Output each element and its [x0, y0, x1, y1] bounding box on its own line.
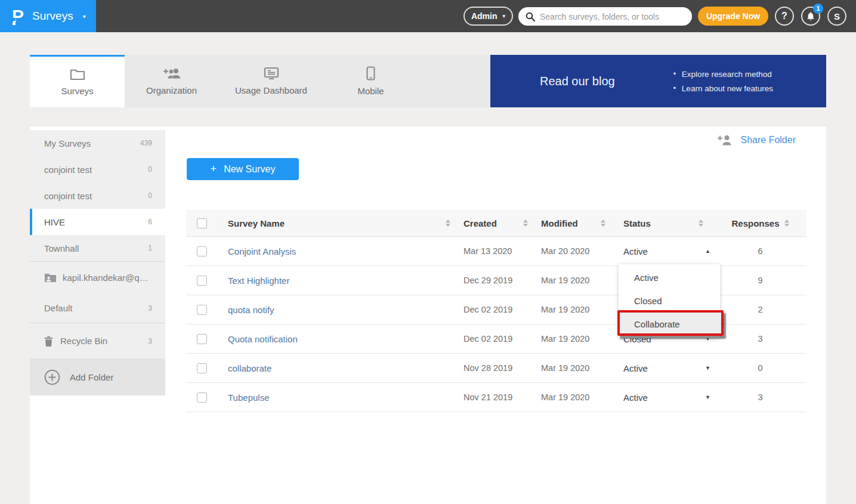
- status-dropdown: ActiveClosedCollaborate: [619, 264, 720, 338]
- row-responses-cell: 3: [720, 392, 801, 402]
- folder-label: kapil.khandekar@que…: [63, 273, 152, 283]
- folder-label: Townhall: [44, 243, 143, 253]
- help-button[interactable]: ?: [775, 7, 794, 26]
- tab-surveys[interactable]: Surveys: [30, 55, 125, 107]
- sort-icon[interactable]: [699, 219, 703, 227]
- survey-name-link[interactable]: Conjoint Analysis: [228, 246, 296, 256]
- product-menu[interactable]: P Surveys ▾: [0, 0, 96, 32]
- survey-name-link[interactable]: collaborate: [228, 363, 271, 373]
- row-checkbox[interactable]: [197, 363, 207, 373]
- folder-count: 3: [148, 304, 152, 313]
- survey-name-link[interactable]: Tubepulse: [228, 392, 270, 403]
- product-menu-label: Surveys: [32, 10, 73, 23]
- row-modified-cell: Mar 20 2020: [535, 246, 613, 256]
- header-created[interactable]: Created: [458, 218, 535, 228]
- bullet-icon: •: [673, 70, 676, 78]
- tab-label: Organization: [146, 85, 197, 95]
- modified-date: Mar 19 2020: [541, 276, 589, 285]
- row-select-cell: [186, 334, 228, 344]
- blog-banner-title[interactable]: Read our blog: [540, 75, 615, 88]
- row-modified-cell: Mar 19 2020: [535, 334, 613, 344]
- sidebar-item-conjoint-test-1[interactable]: conjoint test 0: [30, 156, 165, 183]
- status-select[interactable]: Active ▼: [613, 392, 720, 403]
- status-caret-icon[interactable]: ▼: [705, 365, 710, 371]
- status-dropdown-option[interactable]: Closed: [619, 289, 720, 313]
- folder-label: conjoint test: [44, 165, 143, 175]
- survey-name-link[interactable]: Quota notification: [228, 334, 298, 344]
- sidebar-item-default[interactable]: Default 3: [30, 293, 165, 323]
- notifications-button[interactable]: 1: [801, 7, 820, 26]
- select-all-checkbox[interactable]: [197, 218, 207, 228]
- header-survey-name[interactable]: Survey Name: [228, 218, 458, 228]
- header-status[interactable]: Status: [613, 218, 720, 228]
- column-label: Status: [623, 218, 651, 228]
- tab-mobile[interactable]: Mobile: [324, 55, 418, 107]
- header-responses[interactable]: Responses: [720, 218, 801, 228]
- row-responses-cell: 0: [720, 363, 801, 373]
- status-select[interactable]: Active ▲: [613, 246, 720, 256]
- survey-name-link[interactable]: Text Highlighter: [228, 276, 289, 286]
- row-created-cell: Nov 28 2019: [458, 363, 535, 373]
- row-checkbox[interactable]: [197, 246, 207, 256]
- row-created-cell: Mar 13 2020: [458, 246, 535, 256]
- row-modified-cell: Mar 19 2020: [535, 305, 613, 314]
- created-date: Dec 02 2019: [463, 334, 512, 344]
- row-checkbox[interactable]: [197, 392, 207, 403]
- sidebar-item-townhall[interactable]: Townhall 1: [30, 235, 165, 261]
- sidebar-item-conjoint-test-2[interactable]: conjoint test 0: [30, 183, 165, 209]
- tab-label: Mobile: [357, 86, 384, 96]
- shared-folder-icon: [44, 273, 57, 283]
- responses-count: 3: [758, 334, 762, 344]
- status-caret-icon[interactable]: ▼: [705, 394, 710, 400]
- row-name-cell: Quota notification: [228, 334, 458, 344]
- upgrade-now-button[interactable]: Upgrade Now: [698, 7, 768, 26]
- status-dropdown-option[interactable]: Active: [619, 266, 720, 289]
- avatar[interactable]: S: [827, 7, 846, 26]
- tab-usage-dashboard[interactable]: Usage Dashboard: [218, 55, 324, 107]
- folder-count: 439: [140, 139, 152, 147]
- tab-organization[interactable]: Organization: [125, 55, 218, 107]
- survey-name-link[interactable]: quota notify: [228, 305, 274, 315]
- row-checkbox[interactable]: [197, 334, 207, 344]
- share-folder-button[interactable]: Share Folder: [717, 135, 796, 146]
- sidebar-item-recycle-bin[interactable]: Recycle Bin 3: [30, 323, 165, 358]
- status-value: Active: [623, 392, 648, 403]
- row-created-cell: Dec 02 2019: [458, 334, 535, 344]
- status-dropdown-option[interactable]: Collaborate: [619, 313, 720, 336]
- tab-label: Surveys: [61, 86, 93, 96]
- sort-icon[interactable]: [601, 219, 605, 227]
- tab-label: Usage Dashboard: [235, 85, 307, 95]
- row-checkbox[interactable]: [197, 305, 207, 315]
- header-modified[interactable]: Modified: [535, 218, 613, 228]
- sort-icon[interactable]: [523, 219, 528, 227]
- new-survey-button[interactable]: + New Survey: [187, 158, 299, 180]
- responses-count: 9: [758, 276, 762, 285]
- row-checkbox[interactable]: [197, 276, 207, 286]
- bell-icon: [806, 11, 815, 21]
- sort-icon[interactable]: [784, 219, 789, 227]
- folder-label: HIVE: [44, 217, 143, 227]
- modified-date: Mar 20 2020: [541, 246, 589, 256]
- row-select-cell: [186, 276, 228, 286]
- phone-icon: [366, 66, 375, 81]
- search-input[interactable]: [540, 12, 685, 21]
- created-date: Dec 29 2019: [463, 276, 512, 285]
- admin-menu[interactable]: Admin ▾: [463, 7, 513, 26]
- sidebar-item-shared-account[interactable]: kapil.khandekar@que…: [30, 262, 165, 293]
- modified-date: Mar 19 2020: [541, 305, 589, 314]
- modified-date: Mar 19 2020: [541, 363, 589, 373]
- row-select-cell: [186, 392, 228, 403]
- sidebar-item-hive[interactable]: HIVE 6: [30, 209, 165, 235]
- responses-count: 6: [758, 246, 762, 256]
- blog-bullet-item: • Learn about new features: [673, 84, 773, 93]
- sidebar-item-my-surveys[interactable]: My Surveys 439: [30, 130, 165, 156]
- folder-count: 0: [148, 191, 152, 200]
- row-select-cell: [186, 246, 228, 256]
- row-name-cell: quota notify: [228, 305, 458, 315]
- status-select[interactable]: Active ▼: [613, 363, 720, 373]
- status-caret-icon[interactable]: ▲: [705, 248, 710, 254]
- created-date: Nov 28 2019: [463, 363, 512, 373]
- created-date: Nov 21 2019: [463, 392, 512, 402]
- sort-icon[interactable]: [446, 219, 450, 227]
- add-folder-button[interactable]: Add Folder: [30, 358, 165, 395]
